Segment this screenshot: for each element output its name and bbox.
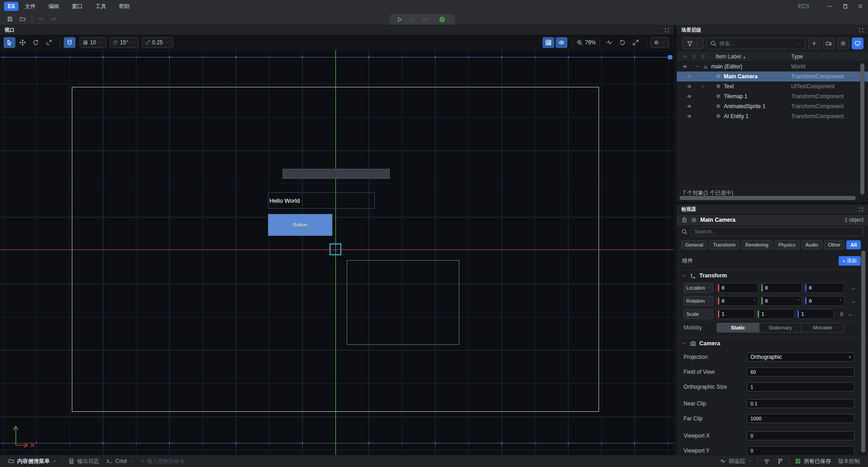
chevron-down-icon[interactable]	[695, 64, 700, 69]
minimize-button[interactable]	[822, 0, 837, 13]
expand-panel-icon[interactable]	[665, 28, 669, 33]
fullscreen-button[interactable]	[630, 37, 642, 48]
inspector-vertical-scrollbar[interactable]	[861, 251, 865, 453]
close-button[interactable]	[853, 0, 868, 13]
rotate-snap-dropdown[interactable]: 15°	[109, 37, 138, 48]
save-button[interactable]	[4, 14, 16, 24]
star-column-icon[interactable]	[692, 54, 697, 59]
tab-other[interactable]: Other	[824, 240, 845, 249]
menu-window[interactable]: 窗口	[66, 0, 89, 13]
tab-general[interactable]: General	[681, 240, 707, 249]
network-status-button[interactable]	[760, 458, 774, 464]
version-branch-button[interactable]	[774, 458, 787, 464]
output-log-button[interactable]: 输出日志	[65, 457, 103, 465]
stop-button[interactable]	[406, 14, 419, 25]
stats-button[interactable]	[604, 37, 615, 48]
link-axes-icon[interactable]: ↔	[851, 285, 856, 291]
zoom-control[interactable]: 79%	[576, 39, 596, 46]
menu-tools[interactable]: 工具	[89, 0, 113, 13]
settings-button[interactable]	[837, 38, 849, 49]
inspector-search[interactable]	[690, 227, 863, 236]
grid-snap-dropdown[interactable]: 10	[80, 37, 106, 48]
tree-row-text[interactable]: Text UITextComponent	[677, 81, 868, 91]
scale-tool-button[interactable]	[43, 37, 55, 48]
filter-button[interactable]	[683, 38, 703, 49]
location-x-field[interactable]: 0	[717, 283, 758, 293]
location-dropdown[interactable]: Location	[684, 283, 713, 293]
grid-toggle-button[interactable]	[542, 37, 554, 48]
panel-gutter[interactable]	[674, 25, 677, 455]
visibility-toggle-button[interactable]	[556, 37, 567, 48]
tree-row-world[interactable]: main (Editor) World	[677, 62, 868, 71]
tree-row-tilemap[interactable]: Tilemap 1 TransformComponent	[677, 91, 868, 101]
rotation-y-field[interactable]: 0°	[760, 296, 802, 306]
scale-snap-dropdown[interactable]: 0.25	[142, 37, 173, 48]
scale-dropdown[interactable]: Scale	[684, 309, 713, 319]
mobility-stationary[interactable]: Stationary	[760, 323, 802, 332]
chevron-down-icon[interactable]	[447, 17, 452, 22]
menu-edit[interactable]: 编辑	[42, 0, 66, 13]
unlock-scale-icon[interactable]	[840, 312, 844, 316]
location-z-field[interactable]: 0	[804, 283, 844, 293]
content-drawer-button[interactable]: 内容侧滑菜单	[5, 457, 61, 465]
rotation-dropdown[interactable]: Rotation	[684, 296, 713, 306]
tab-physics[interactable]: Physics	[774, 240, 800, 249]
tree-row-main-camera[interactable]: Main Camera TransformComponent	[677, 71, 868, 81]
tree-row-animatedsprite[interactable]: AnimatedSprite 1 TransformComponent	[677, 101, 868, 111]
viewport-x-input[interactable]: 0	[747, 431, 854, 440]
move-tool-button[interactable]	[17, 37, 28, 48]
cmd-dropdown[interactable]: Cmd	[103, 458, 137, 464]
column-type[interactable]: Type	[791, 53, 803, 60]
ortho-size-input[interactable]: 1	[747, 382, 854, 391]
undo-button[interactable]	[35, 14, 47, 24]
rotation-z-field[interactable]: 0°	[804, 296, 844, 306]
link-axes-icon[interactable]: ↔	[848, 311, 853, 317]
network-globe-button[interactable]	[437, 14, 447, 25]
traceback-dropdown[interactable]: 回追踪	[716, 457, 756, 465]
column-item-label[interactable]: Item Label ▲	[716, 53, 746, 60]
redo-button[interactable]	[47, 14, 60, 24]
transform-section-header[interactable]: Transform	[677, 269, 868, 281]
visibility-eye-icon[interactable]	[687, 94, 692, 99]
mobility-movable[interactable]: Movable	[802, 323, 844, 332]
rotation-x-field[interactable]: 0°	[717, 296, 758, 306]
scale-y-field[interactable]: 1	[756, 309, 794, 319]
hierarchy-vertical-scrollbar[interactable]	[860, 63, 864, 195]
visibility-eye-icon[interactable]	[687, 114, 692, 119]
play-button[interactable]	[393, 14, 406, 25]
link-axes-icon[interactable]: ↔	[851, 298, 856, 304]
open-folder-button[interactable]	[16, 14, 29, 24]
tab-rendering[interactable]: Rendering	[741, 240, 773, 249]
step-button[interactable]	[419, 14, 431, 25]
camera-section-header[interactable]: Camera	[677, 337, 868, 349]
near-clip-input[interactable]: 0.1	[747, 399, 854, 408]
menu-file[interactable]: 文件	[19, 0, 42, 13]
projection-select[interactable]: Orthographic▾	[747, 353, 854, 362]
viewport-y-input[interactable]: 0	[747, 446, 854, 455]
far-clip-input[interactable]: 1000	[747, 414, 854, 423]
chevron-right-icon[interactable]	[701, 84, 705, 89]
menu-help[interactable]: 帮助	[113, 0, 136, 13]
visibility-eye-icon[interactable]	[683, 64, 687, 69]
editor-view-button[interactable]	[852, 38, 863, 49]
version-control-button[interactable]: 版本控制	[835, 457, 863, 465]
visibility-eye-icon[interactable]	[687, 74, 692, 79]
lock-column-icon[interactable]	[701, 54, 705, 59]
app-logo[interactable]: ES	[4, 2, 19, 11]
scale-x-field[interactable]: 1	[717, 309, 755, 319]
scene-canvas[interactable]: Hello World Button	[0, 50, 674, 455]
eye-column-icon[interactable]	[683, 54, 687, 59]
snap-toggle-button[interactable]	[64, 37, 75, 48]
select-tool-button[interactable]	[4, 37, 15, 48]
visibility-eye-icon[interactable]	[687, 104, 692, 109]
new-folder-button[interactable]	[823, 38, 835, 49]
inspector-search-input[interactable]	[694, 229, 859, 235]
tab-audio[interactable]: Audio	[802, 240, 822, 249]
mobility-static[interactable]: Static	[717, 323, 760, 332]
console-command-input[interactable]: > 输入控制台命令	[137, 457, 189, 465]
guide-handle[interactable]	[668, 55, 672, 59]
reset-view-button[interactable]	[617, 37, 628, 48]
hierarchy-search-input[interactable]	[719, 40, 794, 47]
hierarchy-search[interactable]	[706, 38, 806, 49]
expand-panel-icon[interactable]	[859, 28, 863, 33]
